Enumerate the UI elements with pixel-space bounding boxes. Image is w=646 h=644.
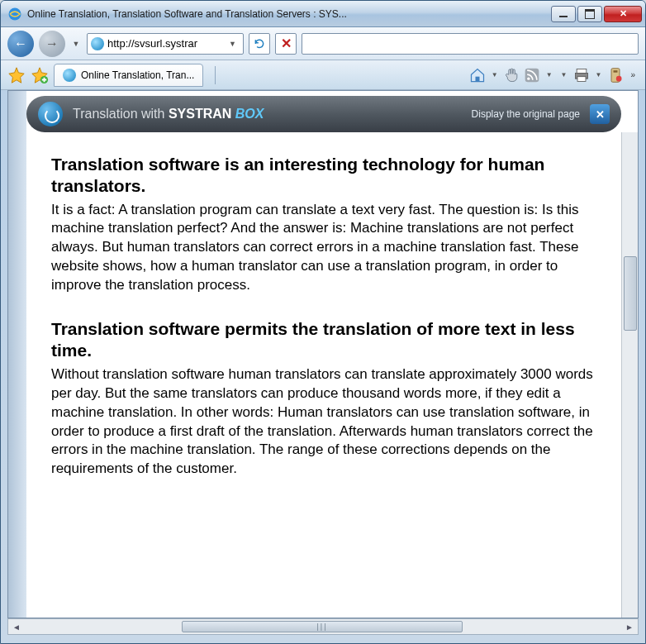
home-icon[interactable]	[469, 67, 486, 83]
address-dropdown-icon[interactable]: ▼	[226, 40, 240, 48]
display-original-link[interactable]: Display the original page	[472, 108, 580, 120]
tab-favicon	[63, 69, 76, 82]
systran-actions: Display the original page ✕	[472, 104, 610, 124]
search-box[interactable]	[302, 33, 639, 55]
systran-toolbar: Translation with SYSTRAN BOX Display the…	[26, 96, 621, 132]
hscroll-thumb[interactable]: |||	[182, 621, 463, 632]
browser-window: Online Translation, Translation Software…	[0, 0, 646, 644]
browser-tab[interactable]: Online Translation, Tran...	[54, 64, 203, 87]
favorites-star-icon[interactable]	[7, 66, 26, 84]
systran-close-button[interactable]: ✕	[590, 104, 610, 124]
article-paragraph-2: Without translation software human trans…	[51, 365, 596, 479]
article-heading-2: Translation software permits the transla…	[51, 318, 596, 362]
hand-icon[interactable]	[504, 67, 520, 83]
window-title: Online Translation, Translation Software…	[27, 8, 549, 20]
close-button[interactable]	[604, 6, 642, 22]
extra-dropdown-icon[interactable]: ▼	[558, 71, 570, 79]
print-icon[interactable]	[573, 67, 590, 83]
stop-button[interactable]: ✕	[275, 33, 297, 55]
article-paragraph-1: It is a fact: A translation program can …	[51, 201, 596, 296]
tools-icon[interactable]	[607, 67, 624, 83]
svg-point-4	[527, 77, 530, 79]
home-dropdown-icon[interactable]: ▼	[489, 71, 501, 79]
url-text: http://svsurl.systrar	[107, 37, 222, 50]
vertical-scroll-thumb[interactable]	[624, 256, 637, 331]
search-input[interactable]	[307, 34, 633, 54]
hscroll-right-arrow[interactable]: ►	[621, 619, 638, 634]
toolbar-separator	[215, 66, 216, 84]
content-area: Translation with SYSTRAN BOX Display the…	[7, 90, 639, 618]
maximize-button[interactable]	[577, 6, 602, 22]
toolbar-group: ▼ ▼ ▼ ▼ »	[469, 67, 639, 83]
minimize-button[interactable]	[551, 6, 576, 22]
back-button[interactable]: ←	[7, 31, 34, 57]
page-content: Translation software is an interesting t…	[26, 139, 621, 618]
toolbar-overflow-icon[interactable]: »	[627, 70, 639, 79]
svg-rect-5	[577, 69, 587, 73]
feeds-icon[interactable]	[524, 67, 540, 83]
systran-logo-icon	[38, 102, 63, 126]
svg-point-10	[616, 75, 622, 81]
add-favorite-icon[interactable]	[31, 66, 49, 84]
hscroll-left-arrow[interactable]: ◄	[8, 619, 25, 634]
hscroll-track[interactable]: |||	[25, 619, 621, 634]
navigation-bar: ← → ▼ http://svsurl.systrar ▼ ✕	[1, 27, 645, 60]
print-dropdown-icon[interactable]: ▼	[593, 71, 605, 79]
svg-rect-7	[577, 76, 586, 81]
tab-title: Online Translation, Tran...	[81, 69, 194, 81]
refresh-button[interactable]	[249, 33, 270, 55]
forward-button[interactable]: →	[39, 31, 65, 57]
left-gutter	[8, 91, 26, 618]
systran-title: Translation with SYSTRAN BOX	[73, 107, 264, 122]
systran-box: BOX	[235, 107, 264, 121]
systran-brand: SYSTRAN	[169, 107, 231, 121]
article-heading-1: Translation software is an interesting t…	[51, 154, 596, 198]
titlebar: Online Translation, Translation Software…	[1, 1, 645, 27]
history-dropdown[interactable]: ▼	[70, 32, 82, 55]
vertical-scrollbar[interactable]	[621, 132, 638, 618]
window-controls	[549, 6, 642, 22]
address-bar[interactable]: http://svsurl.systrar ▼	[87, 33, 244, 55]
horizontal-scrollbar[interactable]: ◄ ||| ►	[7, 618, 639, 635]
systran-prefix: Translation with	[73, 107, 169, 121]
svg-rect-9	[614, 70, 618, 73]
feeds-dropdown-icon[interactable]: ▼	[544, 71, 555, 79]
tab-bar: Online Translation, Tran... ▼ ▼ ▼ ▼ »	[1, 60, 645, 90]
svg-rect-2	[475, 76, 479, 81]
ie-icon	[7, 7, 22, 21]
site-icon	[91, 37, 104, 50]
